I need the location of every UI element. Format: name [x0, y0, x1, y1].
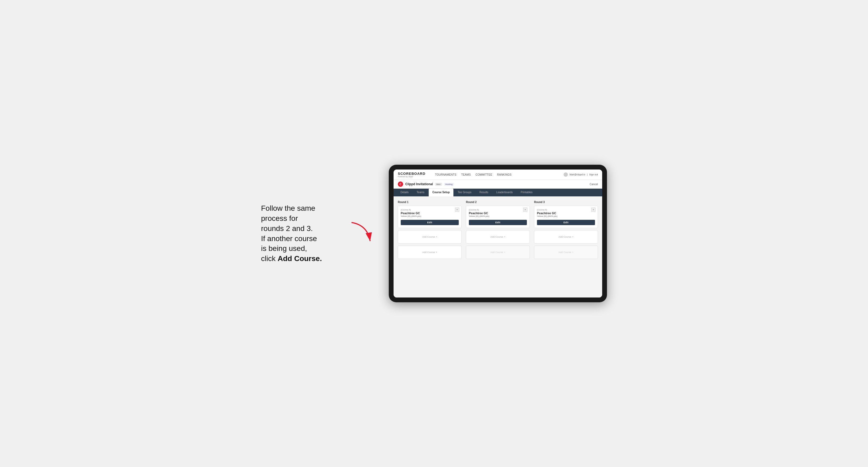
tablet-screen: SCOREBOARD Powered by clippd TOURNAMENTS…: [394, 169, 602, 298]
round-1-add-course-label-1: Add Course +: [422, 236, 437, 238]
tab-details[interactable]: Details: [397, 189, 412, 196]
round-3-course-details: Yellow (M) (6629 yds): [537, 215, 595, 217]
round-3-course-name: Peachtree GC: [537, 212, 595, 215]
tab-course-setup[interactable]: Course Setup: [429, 189, 454, 196]
round-3-delete-button[interactable]: ×: [591, 208, 595, 212]
round-2-add-course-2: Add Course +: [466, 246, 530, 259]
round-2-title: Round 2: [466, 200, 530, 204]
rounds-grid: Round 1 (Course A) Peachtree GC Yellow (…: [398, 200, 598, 261]
round-3-course-card: (Course A) Peachtree GC Yellow (M) (6629…: [534, 206, 598, 228]
hosting-badge: Hosting: [444, 183, 454, 186]
tournament-info: C Clippd Invitational Men Hosting: [398, 182, 454, 187]
nav-right: blair@clippd.io | Sign out: [564, 173, 598, 177]
round-3-course-label: (Course A): [537, 209, 595, 211]
cancel-button[interactable]: Cancel: [590, 183, 598, 186]
round-2-course-card: (Course A) Peachtree GC Yellow (M) (6629…: [466, 206, 530, 228]
nav-teams[interactable]: TEAMS: [461, 173, 471, 176]
tournament-bar: C Clippd Invitational Men Hosting Cancel: [394, 180, 602, 189]
tab-leaderboards[interactable]: Leaderboards: [493, 189, 517, 196]
nav-tournaments[interactable]: TOURNAMENTS: [435, 173, 456, 176]
round-3-title: Round 3: [534, 200, 598, 204]
round-1-add-course-1[interactable]: Add Course +: [398, 230, 462, 244]
round-2-edit-button[interactable]: Edit: [469, 220, 527, 225]
top-nav: SCOREBOARD Powered by clippd TOURNAMENTS…: [394, 169, 602, 180]
tournament-badge: Men: [435, 183, 442, 186]
nav-rankings[interactable]: RANKINGS: [497, 173, 512, 176]
user-email: blair@clippd.io: [569, 173, 585, 176]
round-3-add-course-2: Add Course +: [534, 246, 598, 259]
round-2-course-name: Peachtree GC: [469, 212, 527, 215]
round-2-add-course-label-1: Add Course +: [490, 236, 505, 238]
separator: |: [587, 173, 588, 176]
logo-area: SCOREBOARD Powered by clippd: [398, 172, 426, 178]
round-2-column: Round 2 (Course A) Peachtree GC Yellow (…: [466, 200, 530, 261]
round-3-column: Round 3 (Course A) Peachtree GC Yellow (…: [534, 200, 598, 261]
nav-committee[interactable]: COMMITTEE: [475, 173, 492, 176]
round-3-add-course-label-2: Add Course +: [559, 251, 574, 254]
round-2-add-course-1[interactable]: Add Course +: [466, 230, 530, 244]
tab-tee-groups[interactable]: Tee Groups: [454, 189, 475, 196]
round-1-delete-button[interactable]: ×: [455, 208, 459, 212]
tablet-device: SCOREBOARD Powered by clippd TOURNAMENTS…: [389, 165, 607, 302]
tournament-logo-icon: C: [398, 182, 403, 187]
round-2-course-label: (Course A): [469, 209, 527, 211]
round-1-add-course-2[interactable]: Add Course +: [398, 246, 462, 259]
user-avatar: [564, 173, 568, 177]
page-wrapper: Follow the same process for rounds 2 and…: [248, 165, 620, 302]
round-1-edit-button[interactable]: Edit: [401, 220, 459, 225]
round-3-edit-button[interactable]: Edit: [537, 220, 595, 225]
logo-subtitle: Powered by clippd: [398, 176, 426, 178]
main-content: Round 1 (Course A) Peachtree GC Yellow (…: [394, 196, 602, 298]
round-1-add-course-label-2: Add Course +: [422, 251, 437, 254]
round-1-course-card: (Course A) Peachtree GC Yellow (M) (6629…: [398, 206, 462, 228]
tab-printables[interactable]: Printables: [517, 189, 536, 196]
tabs-bar: Details Teams Course Setup Tee Groups Re…: [394, 189, 602, 196]
tab-results[interactable]: Results: [476, 189, 492, 196]
round-2-delete-button[interactable]: ×: [523, 208, 527, 212]
round-1-course-label: (Course A): [401, 209, 459, 211]
round-1-course-name: Peachtree GC: [401, 212, 459, 215]
scoreboard-logo: SCOREBOARD: [398, 172, 426, 176]
sign-out-link[interactable]: Sign out: [589, 173, 598, 176]
round-2-add-course-label-2: Add Course +: [490, 251, 505, 254]
round-3-add-course-label-1: Add Course +: [559, 236, 574, 238]
instruction-text: Follow the same process for rounds 2 and…: [261, 203, 336, 264]
nav-links: TOURNAMENTS TEAMS COMMITTEE RANKINGS: [435, 173, 557, 176]
tournament-name: Clippd Invitational: [405, 182, 433, 186]
round-1-title: Round 1: [398, 200, 462, 204]
round-1-course-details: Yellow (M) (6629 yds): [401, 215, 459, 217]
round-3-add-course-1[interactable]: Add Course +: [534, 230, 598, 244]
arrow-indicator: [346, 217, 378, 250]
round-1-column: Round 1 (Course A) Peachtree GC Yellow (…: [398, 200, 462, 261]
round-2-course-details: Yellow (M) (6629 yds): [469, 215, 527, 217]
tab-teams[interactable]: Teams: [413, 189, 428, 196]
